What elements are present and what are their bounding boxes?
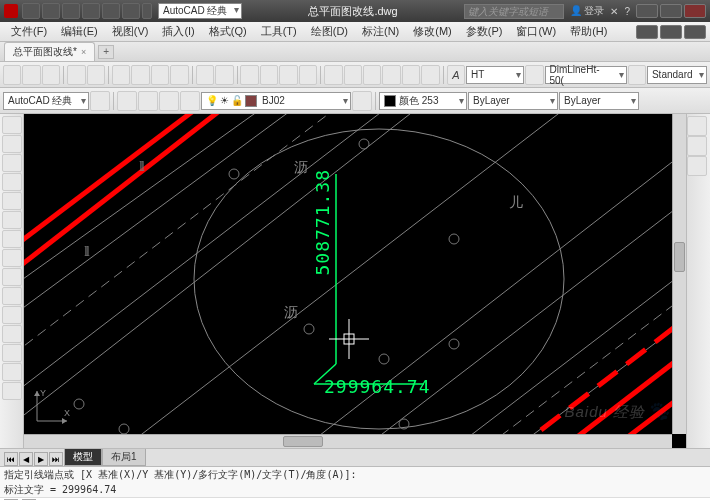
horizontal-scrollbar[interactable] [24, 434, 672, 448]
layer-combo[interactable]: 💡 ☀ 🔓 BJ02 [201, 92, 351, 110]
menu-dimension[interactable]: 标注(N) [355, 22, 406, 41]
design-center-icon[interactable] [344, 65, 362, 85]
new-tab-button[interactable]: + [98, 45, 114, 59]
pan-icon[interactable] [240, 65, 258, 85]
line-icon[interactable] [2, 116, 22, 134]
help-icon[interactable]: ? [624, 6, 630, 17]
rect-icon[interactable] [2, 192, 22, 210]
tab-first-icon[interactable]: ⏮ [4, 452, 18, 466]
undo-icon[interactable] [196, 65, 214, 85]
text-icon[interactable] [2, 325, 22, 343]
menu-modify[interactable]: 修改(M) [406, 22, 459, 41]
qat-dropdown-icon[interactable] [142, 3, 152, 19]
lock-icon[interactable] [687, 116, 707, 136]
tab-last-icon[interactable]: ⏭ [49, 452, 63, 466]
menu-insert[interactable]: 插入(I) [155, 22, 201, 41]
close-button[interactable] [684, 4, 706, 18]
menu-view[interactable]: 视图(V) [105, 22, 156, 41]
hatch-icon[interactable] [2, 268, 22, 286]
mdi-maximize-button[interactable] [660, 25, 682, 39]
mdi-close-button[interactable] [684, 25, 706, 39]
menu-edit[interactable]: 编辑(E) [54, 22, 105, 41]
copy-icon[interactable] [131, 65, 149, 85]
layer-freeze-icon[interactable] [159, 91, 179, 111]
redo-icon[interactable] [215, 65, 233, 85]
tool-palettes-icon[interactable] [363, 65, 381, 85]
qat-open-icon[interactable] [42, 3, 60, 19]
menu-format[interactable]: 格式(Q) [202, 22, 254, 41]
tab-prev-icon[interactable]: ◀ [19, 452, 33, 466]
block-icon[interactable] [2, 306, 22, 324]
zoom-icon[interactable] [260, 65, 278, 85]
qat-undo-icon[interactable] [82, 3, 100, 19]
plot-icon[interactable] [67, 65, 85, 85]
linetype-combo[interactable]: ByLayer [468, 92, 558, 110]
open-icon[interactable] [22, 65, 40, 85]
save-icon[interactable] [42, 65, 60, 85]
polygon-icon[interactable] [2, 211, 22, 229]
tab-layout1[interactable]: 布局1 [102, 449, 146, 466]
document-tab[interactable]: 总平面图改线* × [4, 42, 95, 61]
tablestyle-icon[interactable] [628, 65, 646, 85]
menu-draw[interactable]: 绘图(D) [304, 22, 355, 41]
login-link[interactable]: 👤 登录 [570, 4, 605, 18]
qat-new-icon[interactable] [22, 3, 40, 19]
ellipse-icon[interactable] [2, 230, 22, 248]
properties-icon[interactable] [324, 65, 342, 85]
point-icon[interactable] [2, 287, 22, 305]
minimize-button[interactable] [636, 4, 658, 18]
arc-icon[interactable] [2, 173, 22, 191]
markup-icon[interactable] [402, 65, 420, 85]
preview-icon[interactable] [87, 65, 105, 85]
menu-tools[interactable]: 工具(T) [254, 22, 304, 41]
cut-icon[interactable] [112, 65, 130, 85]
tablestyle-combo[interactable]: Standard [647, 66, 707, 84]
drawing-canvas[interactable]: 508771.38 299964.74 沥 沥 儿 ll ll XY Baidu… [24, 114, 686, 448]
dimstyle-combo[interactable]: DimLineHt-50( [545, 66, 627, 84]
layer-prev-icon[interactable] [352, 91, 372, 111]
horizontal-scroll-thumb[interactable] [283, 436, 323, 447]
calc-icon[interactable] [421, 65, 439, 85]
new-icon[interactable] [3, 65, 21, 85]
paste-icon[interactable] [151, 65, 169, 85]
workspace-dropdown[interactable]: AutoCAD 经典 [3, 92, 89, 110]
qat-print-icon[interactable] [122, 3, 140, 19]
spline-icon[interactable] [2, 249, 22, 267]
document-tab-close-icon[interactable]: × [81, 47, 86, 57]
table-icon[interactable] [2, 344, 22, 362]
menu-file[interactable]: 文件(F) [4, 22, 54, 41]
text-a-icon[interactable]: A [447, 65, 465, 85]
mdi-minimize-button[interactable] [636, 25, 658, 39]
zoom-prev-icon[interactable] [299, 65, 317, 85]
maximize-button[interactable] [660, 4, 682, 18]
vertical-scroll-thumb[interactable] [674, 242, 685, 272]
circle-icon[interactable] [2, 154, 22, 172]
tab-model[interactable]: 模型 [64, 449, 102, 466]
pline-icon[interactable] [2, 135, 22, 153]
menu-window[interactable]: 窗口(W) [509, 22, 563, 41]
app-icon[interactable] [4, 4, 18, 18]
lineweight-combo[interactable]: ByLayer [559, 92, 639, 110]
match-icon[interactable] [170, 65, 188, 85]
textstyle-combo[interactable]: HT [466, 66, 524, 84]
exchange-icon[interactable]: ✕ [610, 6, 618, 17]
qat-save-icon[interactable] [62, 3, 80, 19]
layer-mgr-icon[interactable] [117, 91, 137, 111]
qat-redo-icon[interactable] [102, 3, 120, 19]
help-search-input[interactable]: 键入关键字或短语 [464, 4, 564, 19]
layer-lock-icon[interactable] [180, 91, 200, 111]
menu-help[interactable]: 帮助(H) [563, 22, 614, 41]
layer-state-icon[interactable] [138, 91, 158, 111]
vertical-scrollbar[interactable] [672, 114, 686, 434]
menu-parametric[interactable]: 参数(P) [459, 22, 510, 41]
dimstyle-icon[interactable] [525, 65, 543, 85]
wheel-icon[interactable] [687, 136, 707, 156]
sheet-set-icon[interactable] [382, 65, 400, 85]
tab-next-icon[interactable]: ▶ [34, 452, 48, 466]
palette-icon[interactable] [687, 156, 707, 176]
ws-settings-icon[interactable] [90, 91, 110, 111]
zoom-window-icon[interactable] [279, 65, 297, 85]
revcloud-icon[interactable] [2, 382, 22, 400]
region-icon[interactable] [2, 363, 22, 381]
workspace-combo[interactable]: AutoCAD 经典 [158, 3, 242, 19]
